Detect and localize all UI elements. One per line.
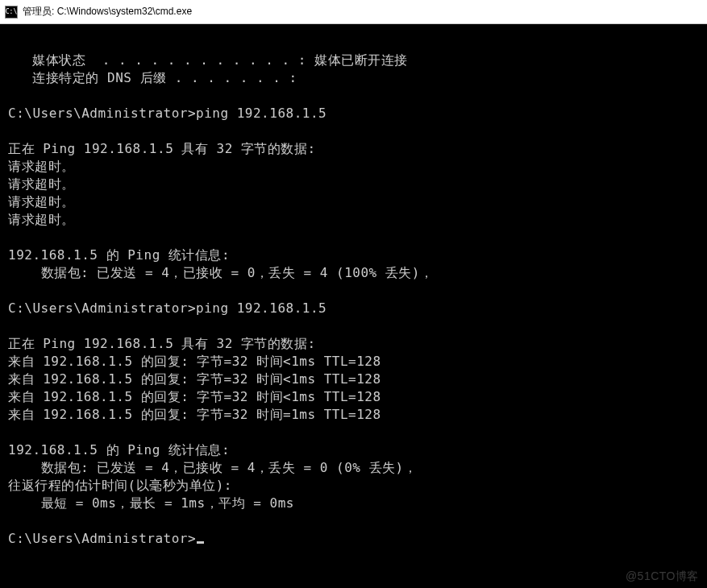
cmd-icon: C:\ xyxy=(5,6,18,19)
terminal-line xyxy=(8,317,699,335)
window-titlebar[interactable]: C:\ 管理员: C:\Windows\system32\cmd.exe xyxy=(0,0,707,24)
terminal-output[interactable]: 媒体状态 . . . . . . . . . . . . : 媒体已断开连接 连… xyxy=(0,24,707,588)
terminal-line xyxy=(8,87,699,105)
terminal-line: 数据包: 已发送 = 4，已接收 = 4，丢失 = 0 (0% 丢失)， xyxy=(8,459,699,477)
terminal-line: 往返行程的估计时间(以毫秒为单位): xyxy=(8,477,699,495)
terminal-line: 请求超时。 xyxy=(8,193,699,211)
terminal-line: 请求超时。 xyxy=(8,176,699,193)
cursor-icon xyxy=(197,541,204,544)
terminal-line: 来自 192.168.1.5 的回复: 字节=32 时间<1ms TTL=128 xyxy=(8,353,699,371)
terminal-line: C:\Users\Administrator>ping 192.168.1.5 xyxy=(8,105,699,122)
terminal-line: 请求超时。 xyxy=(8,211,699,229)
terminal-line xyxy=(8,122,699,140)
terminal-line xyxy=(8,424,699,441)
terminal-line: C:\Users\Administrator> xyxy=(8,530,699,548)
terminal-line: C:\Users\Administrator>ping 192.168.1.5 xyxy=(8,300,699,317)
terminal-line: 来自 192.168.1.5 的回复: 字节=32 时间=1ms TTL=128 xyxy=(8,406,699,424)
terminal-line: 请求超时。 xyxy=(8,158,699,176)
terminal-line: 正在 Ping 192.168.1.5 具有 32 字节的数据: xyxy=(8,140,699,158)
terminal-line: 正在 Ping 192.168.1.5 具有 32 字节的数据: xyxy=(8,335,699,353)
terminal-line: 192.168.1.5 的 Ping 统计信息: xyxy=(8,441,699,459)
terminal-line: 192.168.1.5 的 Ping 统计信息: xyxy=(8,246,699,264)
terminal-line: 最短 = 0ms，最长 = 1ms，平均 = 0ms xyxy=(8,495,699,512)
terminal-line: 来自 192.168.1.5 的回复: 字节=32 时间<1ms TTL=128 xyxy=(8,388,699,406)
terminal-line: 连接特定的 DNS 后缀 . . . . . . . : xyxy=(8,69,699,87)
terminal-line xyxy=(8,282,699,300)
terminal-line xyxy=(8,512,699,530)
terminal-line xyxy=(8,34,699,52)
terminal-line: 媒体状态 . . . . . . . . . . . . : 媒体已断开连接 xyxy=(8,52,699,69)
terminal-line: 来自 192.168.1.5 的回复: 字节=32 时间<1ms TTL=128 xyxy=(8,371,699,388)
window-title: 管理员: C:\Windows\system32\cmd.exe xyxy=(23,5,702,19)
terminal-line xyxy=(8,229,699,246)
terminal-line: 数据包: 已发送 = 4，已接收 = 0，丢失 = 4 (100% 丢失)， xyxy=(8,264,699,282)
watermark-text: @51CTO博客 xyxy=(626,569,699,584)
